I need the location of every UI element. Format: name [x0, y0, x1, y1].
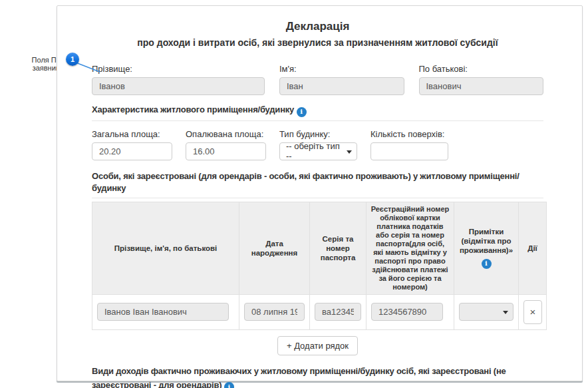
- patronymic-label: По батькові:: [419, 64, 544, 74]
- building-type-label: Тип будинку:: [279, 129, 357, 139]
- col-header-name: Прізвище, ім'я, по батькові: [92, 202, 239, 294]
- annotation-label: Поля ПІБ заявника: [0, 56, 63, 72]
- col-header-taxnumber: Реєстраційний номер облікової картки пла…: [367, 202, 454, 294]
- housing-fields-row: Загальна площа: Опалювана площа: Тип буд…: [92, 129, 543, 160]
- col-header-notes: Примітки (відмітка про проживання)» i: [454, 202, 519, 294]
- floors-label: Кількість поверхів:: [370, 129, 448, 139]
- housing-heading-text: Характеристика житлового приміщення/буди…: [92, 104, 294, 114]
- resident-taxnumber-field: [371, 303, 443, 321]
- floors-field[interactable]: [370, 142, 448, 160]
- resident-passport-field: [315, 303, 361, 321]
- heated-area-label: Опалювана площа:: [186, 129, 266, 139]
- resident-name-field: [97, 303, 229, 321]
- applicant-name-row: Прізвище: Ім'я: По батькові:: [92, 64, 543, 95]
- section-divider: [92, 198, 543, 198]
- total-area-field[interactable]: [92, 142, 172, 160]
- table-row: ×: [92, 294, 547, 329]
- info-icon[interactable]: i: [297, 107, 307, 117]
- heated-area-field[interactable]: [186, 142, 266, 160]
- lastname-field: [92, 77, 265, 95]
- info-icon[interactable]: i: [224, 382, 234, 388]
- section-divider: [92, 120, 543, 121]
- close-icon: ×: [530, 306, 536, 317]
- resident-note-select[interactable]: [459, 303, 514, 321]
- add-row-container: + Додати рядок: [92, 336, 543, 355]
- total-area-label: Загальна площа:: [92, 129, 172, 139]
- income-heading-text: Види доходів фактично проживаючих у житл…: [92, 366, 506, 388]
- delete-row-button[interactable]: ×: [523, 300, 542, 324]
- building-type-selected-value: -- оберіть тип --: [286, 141, 345, 161]
- col-header-birthdate: Дата народження: [239, 202, 310, 294]
- resident-birthdate-field: [244, 303, 305, 321]
- building-type-select[interactable]: -- оберіть тип --: [279, 142, 357, 160]
- page-title: Декларація: [92, 19, 543, 34]
- lastname-label: Прізвище:: [92, 64, 265, 74]
- annotation-badge-1: 1: [66, 53, 79, 66]
- col-header-actions: Дії: [519, 202, 547, 294]
- residents-section-heading: Особи, які зареєстровані (для орендарів …: [92, 170, 543, 194]
- info-icon[interactable]: i: [482, 259, 492, 269]
- patronymic-field: [419, 77, 544, 95]
- notes-header-text: Примітки (відмітка про проживання)»: [458, 227, 515, 255]
- add-row-button[interactable]: + Додати рядок: [277, 336, 358, 355]
- caret-down-icon: [503, 311, 508, 314]
- housing-section-heading: Характеристика житлового приміщення/буди…: [92, 104, 543, 117]
- income-section-heading: Види доходів фактично проживаючих у житл…: [92, 364, 543, 388]
- firstname-field: [279, 77, 404, 95]
- residents-table: Прізвище, ім'я, по батькові Дата народже…: [92, 202, 547, 330]
- caret-down-icon: [347, 150, 352, 154]
- col-header-passport: Серія та номер паспорта: [310, 202, 367, 294]
- firstname-label: Ім'я:: [279, 64, 404, 74]
- page-subtitle: про доходи і витрати осіб, які звернулис…: [92, 37, 543, 49]
- declaration-form-panel: Декларація про доходи і витрати осіб, як…: [57, 5, 583, 381]
- residents-table-header-row: Прізвище, ім'я, по батькові Дата народже…: [92, 202, 547, 294]
